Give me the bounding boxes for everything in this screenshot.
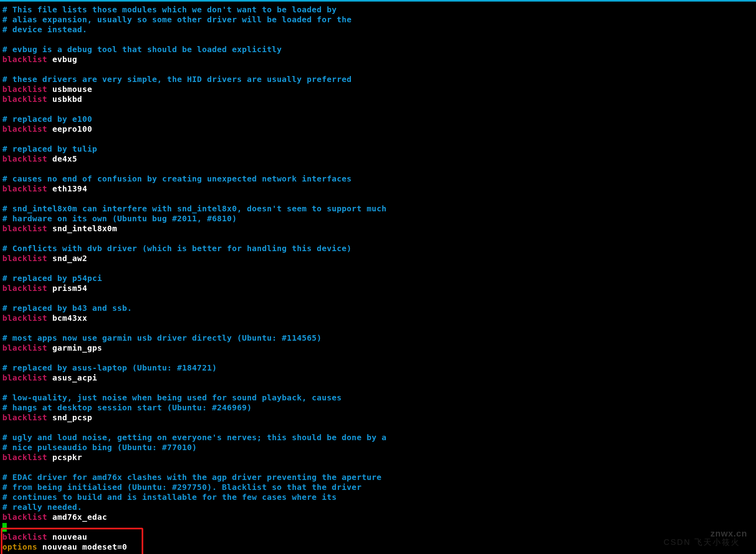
comment-text: # Conflicts with dvb driver (which is be… [2,244,352,253]
watermark-bottom: CSDN 飞天小筱火 [664,538,740,546]
module-name: garmin_gps [47,343,102,353]
module-name: prism54 [47,283,87,293]
terminal-line: # continues to build and is installable … [2,492,754,502]
terminal-line: # alias expansion, usually so some other… [2,15,754,25]
terminal-line: # This file lists those modules which we… [2,5,754,15]
terminal-line: # replaced by p54pci [2,273,754,283]
module-name: nouveau modeset=0 [37,542,127,552]
comment-text: # replaced by b43 and ssb. [2,303,132,313]
terminal-line: # Conflicts with dvb driver (which is be… [2,244,754,254]
terminal-line [2,353,754,363]
module-name: amd76x_edac [47,512,107,522]
terminal-line: # hangs at desktop session start (Ubuntu… [2,403,754,413]
terminal-line: # replaced by e100 [2,114,754,124]
comment-text: # causes no end of confusion by creating… [2,174,352,183]
comment-text: # ugly and loud noise, getting on everyo… [2,433,387,442]
module-name: asus_acpi [47,373,97,382]
blacklist-keyword: blacklist [2,124,47,134]
module-name: snd_pcsp [47,413,92,422]
blacklist-keyword: blacklist [2,224,47,233]
comment-text: # alias expansion, usually so some other… [2,15,352,24]
terminal-line: # most apps now use garmin usb driver di… [2,333,754,343]
blacklist-keyword: blacklist [2,512,47,522]
terminal-line [2,423,754,433]
blacklist-keyword: blacklist [2,84,47,94]
module-name: eth1394 [47,184,87,193]
terminal-line [2,64,754,74]
terminal-line: # device instead. [2,25,754,35]
comment-text: # replaced by asus-laptop (Ubuntu: #1847… [2,363,217,373]
terminal-line: blacklist garmin_gps [2,343,754,353]
comment-text: # from being initialised (Ubuntu: #29775… [2,482,362,492]
comment-text: # really needed. [2,502,82,512]
blacklist-keyword: blacklist [2,94,47,104]
module-name: de4x5 [47,154,77,164]
module-name: snd_intel8x0m [47,224,117,233]
options-keyword: options [2,542,37,552]
terminal-line: blacklist de4x5 [2,154,754,164]
terminal-line: # really needed. [2,502,754,512]
blacklist-keyword: blacklist [2,283,47,293]
comment-text: # most apps now use garmin usb driver di… [2,333,322,343]
terminal-line [2,323,754,333]
terminal-line: blacklist pcspkr [2,453,754,462]
terminal-line: blacklist nouveau [2,532,754,542]
terminal-line: blacklist snd_intel8x0m [2,224,754,234]
terminal-line: # replaced by asus-laptop (Ubuntu: #1847… [2,363,754,373]
comment-text: # continues to build and is installable … [2,492,337,502]
terminal-line [2,35,754,45]
terminal-line: # nice pulseaudio bing (Ubuntu: #77010) [2,443,754,453]
terminal-line: blacklist usbmouse [2,84,754,94]
terminal-line: # snd_intel8x0m can interfere with snd_i… [2,204,754,214]
terminal-line [2,263,754,273]
terminal-line: blacklist usbkbd [2,94,754,104]
terminal-line [2,462,754,472]
comment-text: # these drivers are very simple, the HID… [2,74,352,84]
terminal-line: blacklist bcm43xx [2,313,754,323]
terminal-line: # hardware on its own (Ubuntu bug #2011,… [2,214,754,224]
terminal-line: options nouveau modeset=0 [2,542,754,552]
terminal-line: # low-quality, just noise when being use… [2,393,754,403]
module-name: evbug [47,55,77,64]
terminal-line [2,383,754,393]
terminal-line [2,134,754,144]
module-name: usbkbd [47,94,82,104]
comment-text: # replaced by p54pci [2,273,102,283]
terminal-line: blacklist snd_aw2 [2,254,754,263]
terminal-line [2,293,754,303]
terminal-line [2,164,754,174]
comment-text: # snd_intel8x0m can interfere with snd_i… [2,204,387,213]
terminal-line: # replaced by b43 and ssb. [2,303,754,313]
comment-text: # This file lists those modules which we… [2,5,337,14]
terminal-line: blacklist prism54 [2,283,754,293]
terminal-line: # replaced by tulip [2,144,754,154]
comment-text: # nice pulseaudio bing (Ubuntu: #77010) [2,443,197,452]
terminal-editor[interactable]: # This file lists those modules which we… [0,2,756,554]
comment-text: # replaced by tulip [2,144,97,154]
blacklist-keyword: blacklist [2,254,47,263]
module-name: bcm43xx [47,313,87,323]
terminal-line: # EDAC driver for amd76x clashes with th… [2,472,754,482]
module-name: eepro100 [47,124,92,134]
comment-text: # evbug is a debug tool that should be l… [2,45,282,54]
module-name: nouveau [47,532,87,542]
module-name: pcspkr [47,453,82,462]
watermark-top: znwx.cn [710,529,747,538]
comment-text: # device instead. [2,25,87,34]
terminal-line [2,522,754,532]
module-name: usbmouse [47,84,92,94]
blacklist-keyword: blacklist [2,184,47,193]
terminal-line [2,234,754,244]
blacklist-keyword: blacklist [2,55,47,64]
blacklist-keyword: blacklist [2,373,47,382]
blacklist-keyword: blacklist [2,532,47,542]
terminal-line: # evbug is a debug tool that should be l… [2,45,754,55]
terminal-line: blacklist asus_acpi [2,373,754,383]
terminal-line [2,104,754,114]
comment-text: # low-quality, just noise when being use… [2,393,342,402]
terminal-line: # from being initialised (Ubuntu: #29775… [2,482,754,492]
comment-text: # replaced by e100 [2,114,92,124]
blacklist-keyword: blacklist [2,413,47,422]
terminal-line [2,194,754,204]
blacklist-keyword: blacklist [2,313,47,323]
